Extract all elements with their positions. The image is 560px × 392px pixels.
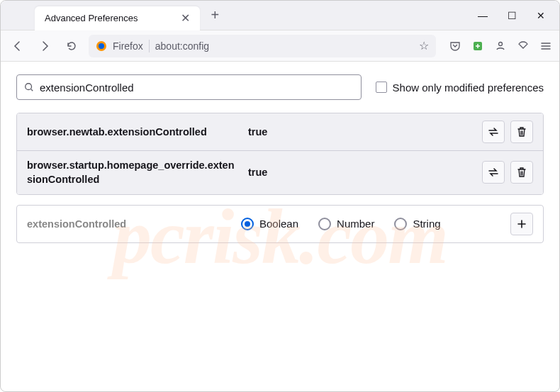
add-button[interactable] xyxy=(510,213,533,235)
radio-icon xyxy=(318,218,331,230)
browser-tab[interactable]: Advanced Preferences ✕ xyxy=(35,6,200,30)
pocket-icon[interactable] xyxy=(449,40,461,52)
close-tab-icon[interactable]: ✕ xyxy=(181,11,190,25)
radio-icon xyxy=(394,218,407,230)
overflow-icon[interactable] xyxy=(517,40,530,52)
account-icon[interactable] xyxy=(494,40,507,52)
search-box[interactable] xyxy=(16,74,362,100)
titlebar: Advanced Preferences ✕ + — ☐ ✕ xyxy=(1,1,559,30)
type-radio-boolean[interactable]: Boolean xyxy=(241,218,298,230)
toggle-button[interactable] xyxy=(482,121,505,143)
reload-button[interactable] xyxy=(62,36,82,56)
identity-label: Firefox xyxy=(113,40,143,52)
back-button[interactable] xyxy=(8,36,28,56)
preferences-table: browser.newtab.extensionControlled true … xyxy=(16,113,544,195)
radio-label: Number xyxy=(337,218,374,230)
toggle-button[interactable] xyxy=(482,161,505,184)
svg-point-3 xyxy=(499,42,503,45)
delete-button[interactable] xyxy=(510,161,533,184)
close-window-button[interactable]: ✕ xyxy=(537,10,545,21)
window-controls: — ☐ ✕ xyxy=(478,10,545,21)
radio-label: Boolean xyxy=(259,218,298,230)
bookmark-star-icon[interactable]: ☆ xyxy=(419,39,429,52)
pref-name: browser.startup.homepage_override.extens… xyxy=(27,158,240,187)
pref-value: true xyxy=(248,167,474,178)
pref-name: browser.newtab.extensionControlled xyxy=(27,125,240,139)
url-bar[interactable]: Firefox about:config ☆ xyxy=(89,35,436,57)
content-area: Show only modified preferences browser.n… xyxy=(1,62,559,256)
firefox-logo-icon xyxy=(96,40,107,52)
menu-button[interactable] xyxy=(539,40,552,52)
search-input[interactable] xyxy=(40,82,354,94)
minimize-button[interactable]: — xyxy=(478,10,488,21)
new-tab-button[interactable]: + xyxy=(211,7,220,23)
pref-row: browser.startup.homepage_override.extens… xyxy=(17,150,543,194)
type-radio-string[interactable]: String xyxy=(394,218,440,230)
pref-value: true xyxy=(248,126,474,138)
forward-button[interactable] xyxy=(35,36,55,56)
toolbar: Firefox about:config ☆ xyxy=(1,30,559,62)
modified-only-checkbox[interactable] xyxy=(376,82,387,93)
type-radio-number[interactable]: Number xyxy=(318,218,374,230)
tab-title: Advanced Preferences xyxy=(45,13,138,23)
extension-icon[interactable] xyxy=(471,40,484,52)
svg-point-4 xyxy=(26,84,32,90)
maximize-button[interactable]: ☐ xyxy=(508,10,517,21)
modified-only-label: Show only modified preferences xyxy=(393,82,544,94)
new-pref-name: extensionControlled xyxy=(27,218,233,230)
svg-point-1 xyxy=(99,43,104,49)
url-text: about:config xyxy=(155,40,413,52)
divider xyxy=(149,40,150,52)
radio-label: String xyxy=(413,218,440,230)
delete-button[interactable] xyxy=(510,121,533,143)
radio-icon xyxy=(241,218,254,230)
new-pref-row: extensionControlled Boolean Number Strin… xyxy=(16,205,544,243)
pref-row: browser.newtab.extensionControlled true xyxy=(17,113,543,150)
search-icon xyxy=(24,82,34,92)
